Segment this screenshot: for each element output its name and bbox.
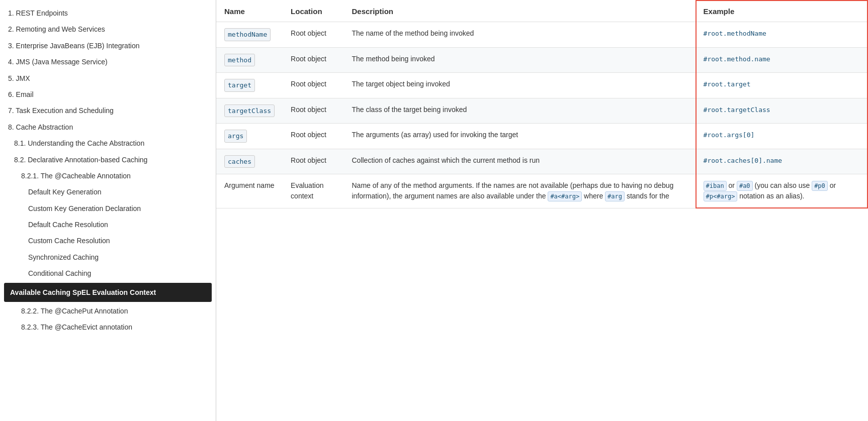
sidebar-item-item-2[interactable]: 2. Remoting and Web Services — [0, 21, 216, 37]
col-location: Location — [283, 1, 343, 22]
cell-description: The arguments (as array) used for invoki… — [344, 124, 696, 149]
sidebar-item-item-8-2-3[interactable]: 8.2.3. The @CacheEvict annotation — [0, 319, 216, 335]
table-header: Name Location Description Example — [216, 1, 867, 22]
cell-description: Name of any of the method arguments. If … — [344, 174, 696, 208]
sidebar-item-item-8-2-2[interactable]: 8.2.2. The @CachePut Annotation — [0, 303, 216, 319]
cell-name: methodName — [216, 22, 283, 48]
sidebar-item-item-8-2[interactable]: 8.2. Declarative Annotation-based Cachin… — [0, 152, 216, 168]
sidebar-item-item-custom-cache[interactable]: Custom Cache Resolution — [0, 233, 216, 249]
cell-name: targetClass — [216, 98, 283, 124]
cell-example: #root.target — [696, 73, 867, 98]
cell-example: #root.methodName — [696, 22, 867, 48]
table-row: methodNameRoot objectThe name of the met… — [216, 22, 867, 48]
cell-location: Root object — [283, 73, 343, 98]
sidebar-item-item-active[interactable]: Available Caching SpEL Evaluation Contex… — [4, 283, 212, 302]
sidebar-item-item-8-2-1[interactable]: 8.2.1. The @Cacheable Annotation — [0, 168, 216, 184]
sidebar-item-item-7[interactable]: 7. Task Execution and Scheduling — [0, 102, 216, 119]
cell-example: #iban or #a0 (you can also use #p0 or #p… — [696, 174, 867, 208]
table-row: targetClassRoot objectThe class of the t… — [216, 98, 867, 124]
cell-location: Root object — [283, 47, 343, 73]
cell-location: Root object — [283, 124, 343, 149]
table-row: cachesRoot objectCollection of caches ag… — [216, 149, 867, 174]
cell-description: The name of the method being invoked — [344, 22, 696, 48]
cell-example: #root.method.name — [696, 47, 867, 73]
cell-example: #root.caches[0].name — [696, 149, 867, 174]
cell-location: Root object — [283, 149, 343, 174]
sidebar-item-item-3[interactable]: 3. Enterprise JavaBeans (EJB) Integratio… — [0, 38, 216, 54]
cell-description: The class of the target being invoked — [344, 98, 696, 124]
cell-example: #root.targetClass — [696, 98, 867, 124]
cell-description: The method being invoked — [344, 47, 696, 73]
table-row: targetRoot objectThe target object being… — [216, 73, 867, 98]
spel-table: Name Location Description Example method… — [216, 0, 868, 208]
table-row: Argument nameEvaluation contextName of a… — [216, 174, 867, 208]
cell-example: #root.args[0] — [696, 124, 867, 149]
sidebar: 1. REST Endpoints2. Remoting and Web Ser… — [0, 0, 216, 421]
cell-name: target — [216, 73, 283, 98]
cell-name: args — [216, 124, 283, 149]
cell-description: Collection of caches against which the c… — [344, 149, 696, 174]
sidebar-item-item-1[interactable]: 1. REST Endpoints — [0, 5, 216, 21]
col-description: Description — [344, 1, 696, 22]
cell-location: Evaluation context — [283, 174, 343, 208]
cell-name: caches — [216, 149, 283, 174]
cell-name: Argument name — [216, 174, 283, 208]
cell-location: Root object — [283, 22, 343, 48]
sidebar-item-item-sync-cache[interactable]: Synchronized Caching — [0, 249, 216, 265]
table-wrapper: Name Location Description Example method… — [216, 0, 868, 208]
sidebar-item-item-custom-key[interactable]: Custom Key Generation Declaration — [0, 200, 216, 217]
sidebar-item-item-4[interactable]: 4. JMS (Java Message Service) — [0, 54, 216, 70]
table-row: argsRoot objectThe arguments (as array) … — [216, 124, 867, 149]
sidebar-item-item-default-key[interactable]: Default Key Generation — [0, 184, 216, 200]
table-body: methodNameRoot objectThe name of the met… — [216, 22, 867, 208]
col-example: Example — [696, 1, 867, 22]
sidebar-item-item-8-1[interactable]: 8.1. Understanding the Cache Abstraction — [0, 135, 216, 151]
cell-name: method — [216, 47, 283, 73]
sidebar-item-item-6[interactable]: 6. Email — [0, 86, 216, 102]
sidebar-item-item-8[interactable]: 8. Cache Abstraction — [0, 119, 216, 135]
main-content: Name Location Description Example method… — [216, 0, 868, 421]
sidebar-item-item-5[interactable]: 5. JMX — [0, 70, 216, 86]
sidebar-item-item-cond-cache[interactable]: Conditional Caching — [0, 265, 216, 281]
cell-location: Root object — [283, 98, 343, 124]
sidebar-item-item-default-cache[interactable]: Default Cache Resolution — [0, 217, 216, 233]
table-row: methodRoot objectThe method being invoke… — [216, 47, 867, 73]
cell-description: The target object being invoked — [344, 73, 696, 98]
col-name: Name — [216, 1, 283, 22]
